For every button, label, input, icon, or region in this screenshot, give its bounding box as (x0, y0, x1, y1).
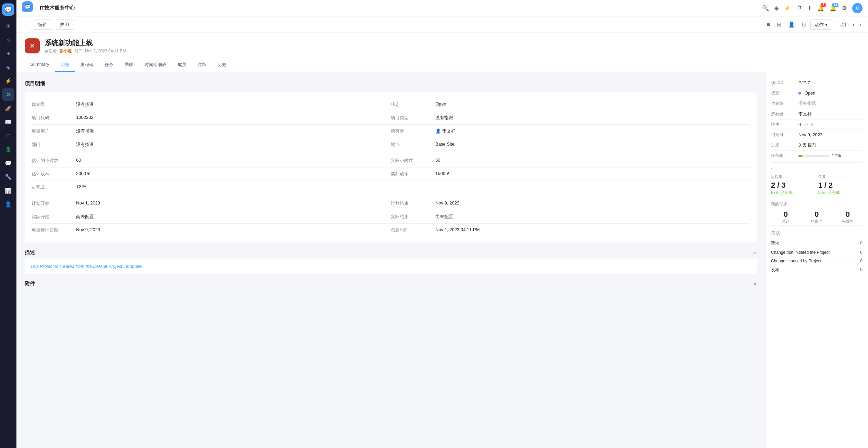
planned-end-value: Nov 9, 2023 (435, 200, 459, 207)
pending-tasks: 0 待处理 (802, 210, 831, 224)
rp-progress-value: 8 天 提前 (798, 142, 863, 148)
rp-attachment-value: 0 ✏ ∨ (798, 122, 863, 127)
done-tasks-num: 0 (833, 210, 863, 219)
chevron-attach-icon[interactable]: ∨ (810, 122, 814, 127)
rp-owner-value: 李文祥 (798, 111, 863, 117)
notification-bell[interactable]: 🔔 3 (817, 5, 824, 11)
content-area: ← 编辑 关闭 ≡ ⊞ 👤 ⊡ 动作 ▾ 项目 ‹ › (16, 16, 868, 448)
description-content: This Project is created from the Default… (25, 259, 757, 274)
notification-badge: 3 (821, 3, 826, 7)
tab-task[interactable]: 任务 (99, 58, 119, 72)
sidebar-item-rocket[interactable]: 🚀 (2, 102, 14, 114)
tab-comment[interactable]: 注释 (192, 58, 212, 72)
tab-detail[interactable]: 明细 (55, 58, 75, 72)
project-title-info: 系统新功能上线 创建者 张小橙 时间 Nov 1, 2023 04:11 PM (45, 38, 126, 54)
related-request-count: 0 (860, 240, 863, 246)
sidebar-item-tag[interactable]: ◈ (2, 61, 14, 73)
status-value: Open (435, 101, 446, 108)
tab-timelog[interactable]: 时间明细表 (139, 58, 172, 72)
done-tasks-label: 完成的 (833, 219, 863, 224)
tab-summary[interactable]: Summary (25, 58, 55, 72)
sidebar-item-user[interactable]: 👤 (2, 198, 14, 210)
related-row-changes-caused: Changes caused by Project 0 (771, 257, 863, 265)
app-logo[interactable]: 💬 (2, 3, 14, 16)
detail-planned-start: 计划开始 Nov 1, 2023 (32, 197, 391, 210)
owner-value: 👤 李文祥 (435, 128, 456, 134)
detail-owner: 所有者 👤 李文祥 (391, 125, 750, 138)
related-row-change-initiated: Change that initiated the Project 0 (771, 248, 863, 257)
tab-related[interactable]: 关联 (119, 58, 139, 72)
owner-label: 所有者 (391, 128, 435, 134)
pct-complete-label: %完成 (32, 184, 76, 190)
sidebar-item-project[interactable]: ✕ (2, 88, 14, 101)
status-indicator (798, 92, 801, 95)
sidebar-item-grid[interactable]: ⊞ (2, 20, 14, 32)
milestone-cols: 里程碑 2 / 3 67% 已完成 任务 1 / 2 50% 已完成 (771, 174, 863, 196)
description-edit-icon[interactable]: ✏ (753, 250, 757, 256)
est-hours-value: 60 (76, 158, 81, 164)
milestone-header: › (771, 167, 863, 172)
search-button[interactable]: 🔍 (762, 5, 769, 11)
sidebar-item-lightning[interactable]: ⚡ (2, 75, 14, 87)
action-dropdown[interactable]: 动作 ▾ (810, 20, 832, 30)
header-icons: 🔍 ◈ ⚡ ⏱ ⬆ 🔔 3 🔔 14 ⚙ U (762, 3, 863, 13)
filter-icon[interactable]: ⊡ (800, 20, 808, 29)
tab-milestone[interactable]: 里程碑 (75, 58, 99, 72)
milestone-count: 2 / 3 (771, 181, 816, 190)
related-release-count: 0 (860, 267, 863, 273)
rp-project-id: 项目ID PJT-7 (771, 78, 863, 88)
detail-pct-complete: %完成 12 % (32, 181, 391, 194)
detail-department: 部门 没有指派 (32, 138, 391, 151)
sidebar-item-cube[interactable]: ◻ (2, 129, 14, 142)
notification-alt[interactable]: 🔔 14 (830, 5, 836, 11)
user-view-icon[interactable]: 👤 (787, 20, 796, 29)
add-attachment-button[interactable]: + ∨ (750, 281, 757, 286)
sidebar-item-dollar[interactable]: 💲 (2, 143, 14, 155)
rp-due-date-label: 到期日 (771, 132, 798, 138)
sidebar-item-book[interactable]: 📖 (2, 116, 14, 128)
close-button[interactable]: 关闭 (55, 20, 74, 30)
tab-history[interactable]: 历史 (212, 58, 232, 72)
gift-icon[interactable]: ◈ (774, 5, 779, 11)
rp-project-id-value: PJT-7 (798, 80, 863, 85)
back-button[interactable]: ← (22, 20, 30, 29)
detail-location: 地点 Base Site (391, 138, 750, 151)
history-icon[interactable]: ⏱ (796, 5, 802, 11)
project-author[interactable]: 张小橙 (59, 49, 72, 53)
progress-bar (798, 155, 829, 157)
rp-pct-label: %完成 (771, 153, 798, 159)
list-view-icon[interactable]: ≡ (765, 20, 771, 29)
sidebar-item-chat[interactable]: 💬 (2, 157, 14, 169)
rp-due-date-value: Nov 9, 2023 (798, 132, 863, 137)
my-tasks-section: 我的任务 0 总计 0 待处理 0 (771, 197, 863, 224)
detail-project-user: 项目用户 没有指派 (32, 125, 391, 138)
settings-icon[interactable]: ⚙ (842, 5, 847, 11)
progress-bar-fill (798, 155, 802, 157)
sidebar: 💬 ⊞ ⌂ ✦ ◈ ⚡ ✕ 🚀 📖 ◻ 💲 💬 🔧 📊 👤 (0, 0, 16, 448)
attachment-header: 附件 + ∨ (25, 281, 757, 287)
edit-attach-icon[interactable]: ✏ (804, 122, 808, 127)
grid-view-icon[interactable]: ⊞ (775, 20, 783, 29)
sidebar-item-star[interactable]: ✦ (2, 47, 14, 60)
project-meta: 创建者 张小橙 时间 Nov 1, 2023 04:11 PM (45, 48, 126, 54)
department-label: 部门 (32, 141, 76, 148)
upload-icon[interactable]: ⬆ (807, 5, 812, 11)
milestone-collapse-icon[interactable]: › (771, 167, 772, 172)
tab-member[interactable]: 成员 (172, 58, 192, 72)
app-title: IT技术服务中心 (40, 5, 75, 11)
related-change-initiated-count: 0 (860, 250, 863, 255)
total-tasks-label: 总计 (771, 219, 800, 224)
next-project-button[interactable]: › (858, 20, 863, 29)
lightning-icon[interactable]: ⚡ (784, 5, 791, 11)
actual-start-value: 尚未配置 (76, 214, 94, 220)
user-avatar[interactable]: U (852, 3, 863, 13)
sidebar-item-wrench[interactable]: 🔧 (2, 171, 14, 183)
sidebar-item-chart[interactable]: 📊 (2, 184, 14, 197)
edit-button[interactable]: 编辑 (33, 20, 52, 30)
milestone-col: 里程碑 2 / 3 67% 已完成 (771, 174, 816, 196)
project-user-label: 项目用户 (32, 128, 76, 134)
prev-project-button[interactable]: ‹ (851, 20, 856, 29)
created-time-value: Nov 1, 2023 04:11 PM (435, 227, 480, 233)
sidebar-item-home[interactable]: ⌂ (2, 34, 14, 46)
pending-tasks-label: 待处理 (802, 219, 831, 224)
